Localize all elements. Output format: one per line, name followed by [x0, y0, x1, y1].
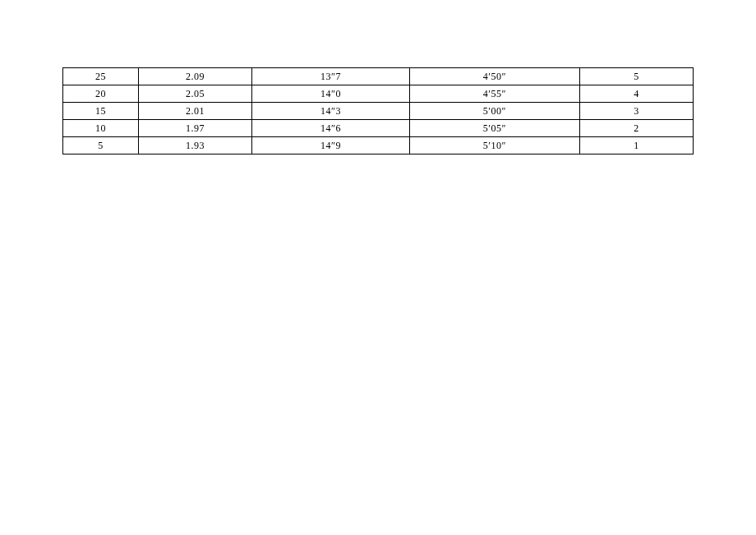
cell: 14″0	[252, 85, 410, 103]
cell: 15	[63, 103, 139, 120]
table-row: 5 1.93 14″9 5′10″ 1	[63, 137, 694, 155]
cell: 2	[579, 120, 693, 137]
cell: 1	[579, 137, 693, 155]
cell: 5′00″	[409, 103, 579, 120]
cell: 5	[63, 137, 139, 155]
cell: 5′10″	[409, 137, 579, 155]
data-table: 25 2.09 13″7 4′50″ 5 20 2.05 14″0 4′55″ …	[62, 67, 694, 155]
cell: 13″7	[252, 68, 410, 85]
cell: 4′55″	[409, 85, 579, 103]
table-row: 10 1.97 14″6 5′05″ 2	[63, 120, 694, 137]
cell: 1.97	[139, 120, 252, 137]
cell: 20	[63, 85, 139, 103]
cell: 2.05	[139, 85, 252, 103]
cell: 25	[63, 68, 139, 85]
cell: 14″6	[252, 120, 410, 137]
cell: 14″9	[252, 137, 410, 155]
table-container: 25 2.09 13″7 4′50″ 5 20 2.05 14″0 4′55″ …	[0, 0, 756, 155]
table-row: 15 2.01 14″3 5′00″ 3	[63, 103, 694, 120]
cell: 5	[579, 68, 693, 85]
cell: 2.09	[139, 68, 252, 85]
cell: 4′50″	[409, 68, 579, 85]
cell: 5′05″	[409, 120, 579, 137]
table-row: 20 2.05 14″0 4′55″ 4	[63, 85, 694, 103]
cell: 10	[63, 120, 139, 137]
cell: 4	[579, 85, 693, 103]
cell: 2.01	[139, 103, 252, 120]
cell: 3	[579, 103, 693, 120]
table-row: 25 2.09 13″7 4′50″ 5	[63, 68, 694, 85]
cell: 14″3	[252, 103, 410, 120]
cell: 1.93	[139, 137, 252, 155]
